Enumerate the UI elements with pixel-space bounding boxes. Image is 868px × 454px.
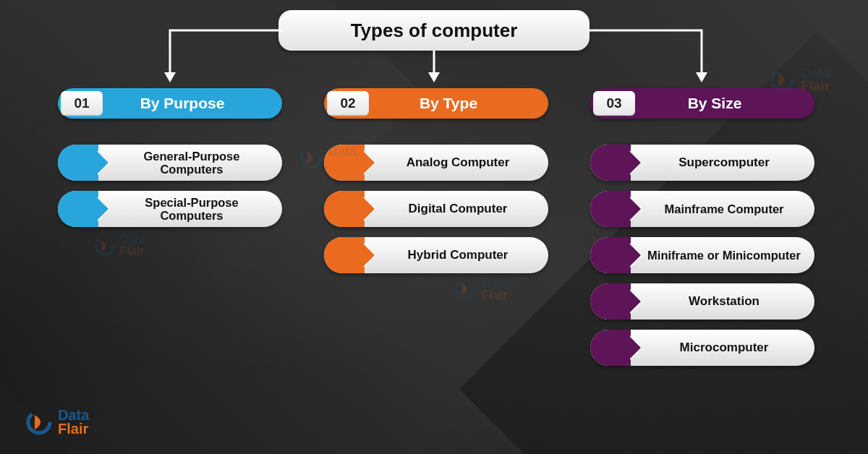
list-item: Miniframe or Minicomputer [590, 237, 814, 273]
item-label: Workstation [631, 294, 814, 308]
bullet-icon [58, 191, 98, 227]
diagram-stage: Types of computer 01 By Purpose General-… [0, 0, 868, 454]
list-item: Workstation [590, 283, 814, 320]
category-number: 02 [327, 91, 369, 116]
category-by-type: 02 By Type Analog Computer Digital Compu… [324, 88, 548, 283]
list-item: Microcomputer [590, 330, 814, 366]
category-by-purpose: 01 By Purpose General-Purpose Computers … [58, 88, 282, 237]
item-label: Supercomputer [631, 155, 814, 169]
dataflair-logo: Data Flair [25, 408, 89, 437]
category-label: By Type [369, 95, 548, 112]
watermark-icon: DataFlair [298, 145, 356, 171]
category-number: 03 [593, 91, 635, 116]
list-item: Mainframe Computer [590, 191, 814, 227]
category-label: By Size [635, 95, 814, 112]
list-item: Special-Purpose Computers [58, 191, 282, 227]
bullet-icon [590, 145, 631, 181]
item-label: Microcomputer [631, 340, 814, 354]
bullet-icon [590, 191, 631, 227]
bullet-icon [324, 237, 365, 273]
bullet-icon [590, 237, 631, 273]
category-header-purpose: 01 By Purpose [58, 88, 282, 119]
item-label: Mainframe Computer [631, 202, 814, 215]
item-label: General-Purpose Computers [98, 150, 282, 176]
list-item: Analog Computer [324, 145, 548, 181]
diagram-title: Types of computer [278, 10, 590, 51]
item-label: Miniframe or Minicomputer [631, 249, 814, 262]
category-by-size: 03 By Size Supercomputer Mainframe Compu… [590, 88, 814, 376]
watermark-icon: DataFlair [93, 234, 145, 257]
bullet-icon [590, 283, 631, 320]
watermark-icon: DataFlair [454, 277, 509, 301]
list-item: Hybrid Computer [324, 237, 548, 273]
logo-icon [25, 408, 54, 437]
watermark-icon: DataFlair [769, 66, 830, 93]
bullet-icon [590, 330, 631, 366]
list-item: Digital Computer [324, 191, 548, 227]
item-label: Special-Purpose Computers [98, 196, 282, 223]
category-label: By Purpose [103, 95, 282, 112]
item-label: Analog Computer [365, 155, 548, 169]
item-label: Hybrid Computer [365, 248, 548, 262]
bullet-icon [58, 145, 98, 181]
list-item: General-Purpose Computers [58, 145, 282, 181]
category-number: 01 [61, 91, 103, 116]
category-header-type: 02 By Type [324, 88, 548, 119]
list-item: Supercomputer [590, 145, 814, 181]
item-label: Digital Computer [365, 202, 548, 215]
logo-text-2: Flair [58, 422, 89, 436]
bullet-icon [324, 191, 365, 227]
